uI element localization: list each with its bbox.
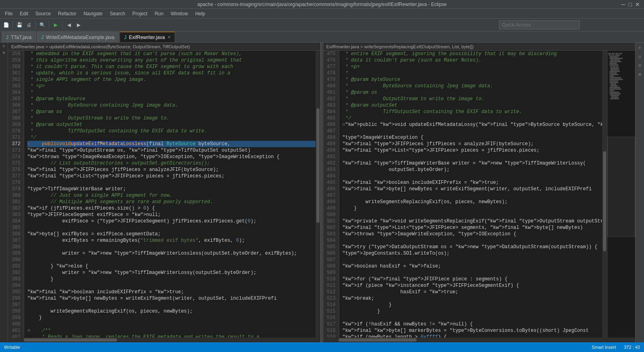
code-line: hasExif = "kw">true; bbox=[343, 289, 603, 295]
left-editor-panel: ExifRewriter.java > updateExifMetadataLo… bbox=[8, 43, 321, 342]
line-number: 507 bbox=[323, 257, 336, 263]
menu-navigate[interactable]: Navigate bbox=[80, 10, 105, 17]
window-title: apache - commons-imaging/src/main/java/o… bbox=[197, 2, 447, 7]
line-number: 402 bbox=[8, 334, 21, 338]
tab-exifrewriter[interactable]: J ExifRewriter.java ✕ bbox=[120, 32, 175, 42]
fold-indicator[interactable]: ⊖ bbox=[27, 327, 30, 334]
line-number: 386 bbox=[8, 231, 21, 237]
code-line: "kw">throws "type">ImageReadException, "… bbox=[27, 154, 316, 160]
line-number: 477 bbox=[323, 64, 336, 70]
right-scroll-h[interactable] bbox=[323, 338, 636, 342]
code-line: * bbox=[343, 70, 603, 76]
right-code-content[interactable]: * entire EXIF segment, ignoring the poss… bbox=[339, 51, 603, 338]
minimap: ████ ████ ████ ████ ██ ██ ██ ██████ ████… bbox=[607, 51, 635, 338]
maximize-button[interactable]: □ bbox=[629, 1, 632, 8]
right-line-numbers: 4754764774784794804814824834844854864874… bbox=[323, 51, 339, 338]
line-number: 514 bbox=[323, 302, 336, 308]
menu-edit[interactable]: Edit bbox=[17, 10, 31, 17]
menu-search[interactable]: Search bbox=[107, 10, 128, 17]
code-line bbox=[27, 321, 316, 327]
line-number: 397 bbox=[8, 302, 21, 308]
toolbar-sep-4 bbox=[62, 21, 62, 29]
line-number: 373 bbox=[8, 147, 21, 154]
fold-indicator[interactable]: ⊖ bbox=[27, 141, 30, 147]
code-line bbox=[343, 270, 603, 276]
line-number: 381 bbox=[8, 199, 21, 205]
right-icon-4[interactable]: ⊞ bbox=[636, 71, 644, 78]
right-icon-3[interactable]: ⊡ bbox=[636, 62, 644, 69]
tab-writeexif[interactable]: J WriteExifMetadataExample.java bbox=[37, 32, 119, 42]
close-button[interactable]: ✕ bbox=[635, 1, 640, 8]
code-line: writeSegmentsReplacingExif(os, pieces, n… bbox=[343, 199, 603, 205]
left-icon-1[interactable]: ≡ bbox=[2, 44, 5, 49]
menu-project[interactable]: Project bbox=[129, 10, 151, 17]
line-number: 498 bbox=[323, 199, 336, 205]
code-line: * @param byteSource bbox=[27, 96, 316, 102]
right-scroll-thumb-h[interactable] bbox=[339, 338, 417, 342]
line-number: 492 bbox=[323, 160, 336, 167]
back-button[interactable]: ◀ bbox=[64, 21, 73, 29]
code-line: writer = "kw">new "type">TiffImageWriter… bbox=[27, 270, 316, 276]
menu-help[interactable]: Help bbox=[192, 10, 208, 17]
left-scroll-v[interactable] bbox=[316, 51, 320, 338]
new-button[interactable]: 📄 bbox=[2, 21, 10, 29]
line-number: 364 bbox=[8, 89, 21, 96]
minimap-content: ████ ████ ████ ████ ██ ██ ██ ██████ ████… bbox=[607, 51, 635, 102]
code-line: exifPiece = ("type">JFIFPieceSegment) jf… bbox=[27, 218, 316, 224]
code-line: * OutputStream to write the image to. bbox=[343, 96, 603, 102]
menu-source[interactable]: Source bbox=[32, 10, 54, 17]
tab-ttat[interactable]: J TTaT.java bbox=[2, 32, 36, 42]
save-button[interactable]: 💾 bbox=[15, 21, 24, 29]
tab-ttat-label: TTaT.java bbox=[11, 35, 31, 40]
line-number: 377 bbox=[8, 173, 21, 179]
line-number: 387 bbox=[8, 237, 21, 244]
line-number: 475 bbox=[323, 51, 336, 57]
code-line: } bbox=[27, 315, 316, 321]
left-icon-2[interactable]: ⊕ bbox=[2, 50, 5, 55]
line-number: 389 bbox=[8, 250, 21, 257]
left-scroll-thumb-h[interactable] bbox=[24, 338, 118, 342]
left-code-content[interactable]: * embedded in the EXIF segment that it c… bbox=[24, 51, 316, 338]
minimize-button[interactable]: ─ bbox=[621, 1, 625, 8]
line-number: 372 bbox=[8, 141, 21, 147]
right-scroll-thumb[interactable] bbox=[603, 151, 606, 252]
forward-button[interactable]: ▶ bbox=[74, 21, 83, 29]
code-line: } "kw">else { bbox=[27, 263, 316, 270]
line-number: 519 bbox=[323, 334, 336, 338]
status-writable: Writable bbox=[4, 345, 20, 350]
right-scroll-v[interactable] bbox=[602, 51, 607, 338]
code-line bbox=[343, 257, 603, 263]
fold-indicator[interactable]: ⊖ bbox=[343, 121, 345, 128]
right-icon-1[interactable]: ≡ bbox=[636, 44, 644, 51]
print-button[interactable]: 🖨 bbox=[25, 21, 33, 29]
code-line: * @param outputSet bbox=[27, 121, 316, 128]
line-number: 371 bbox=[8, 134, 21, 141]
code-line: "kw">final "type">TiffImageWriterBase wr… bbox=[343, 160, 603, 167]
line-number: 375 bbox=[8, 160, 21, 167]
menu-run[interactable]: Run bbox=[151, 10, 167, 17]
code-line: * <p> bbox=[343, 64, 603, 70]
code-line bbox=[27, 179, 316, 186]
code-line: * bbox=[27, 89, 316, 96]
search-button[interactable]: 🔍 bbox=[38, 21, 47, 29]
code-line bbox=[27, 244, 316, 250]
line-number: 369 bbox=[8, 121, 21, 128]
line-number: 401 bbox=[8, 327, 21, 334]
right-icon-2[interactable]: ◻ bbox=[636, 53, 644, 60]
run-button[interactable]: ▶ bbox=[51, 21, 60, 29]
left-scroll-h[interactable] bbox=[8, 338, 320, 342]
menu-window[interactable]: Window bbox=[167, 10, 191, 17]
quick-access-input[interactable] bbox=[499, 21, 580, 29]
left-scroll-thumb[interactable] bbox=[316, 108, 320, 223]
tab-writeexif-label: WriteExifMetadataExample.java bbox=[46, 35, 114, 40]
code-line: * Reads a Jpeg image, replaces the EXIF … bbox=[27, 334, 316, 338]
menu-file[interactable]: File bbox=[2, 10, 16, 17]
line-number: 503 bbox=[323, 231, 336, 237]
status-bar: Writable Smart Insert 372 : 43 bbox=[0, 342, 644, 352]
line-number: 490 bbox=[323, 147, 336, 154]
menu-refactor[interactable]: Refactor bbox=[55, 10, 79, 17]
line-number: 380 bbox=[8, 192, 21, 199]
line-number: 400 bbox=[8, 321, 21, 327]
left-line-numbers: 3583593603613623633643653663673683693703… bbox=[8, 51, 24, 338]
tab-exifrewriter-close[interactable]: ✕ bbox=[167, 35, 171, 39]
